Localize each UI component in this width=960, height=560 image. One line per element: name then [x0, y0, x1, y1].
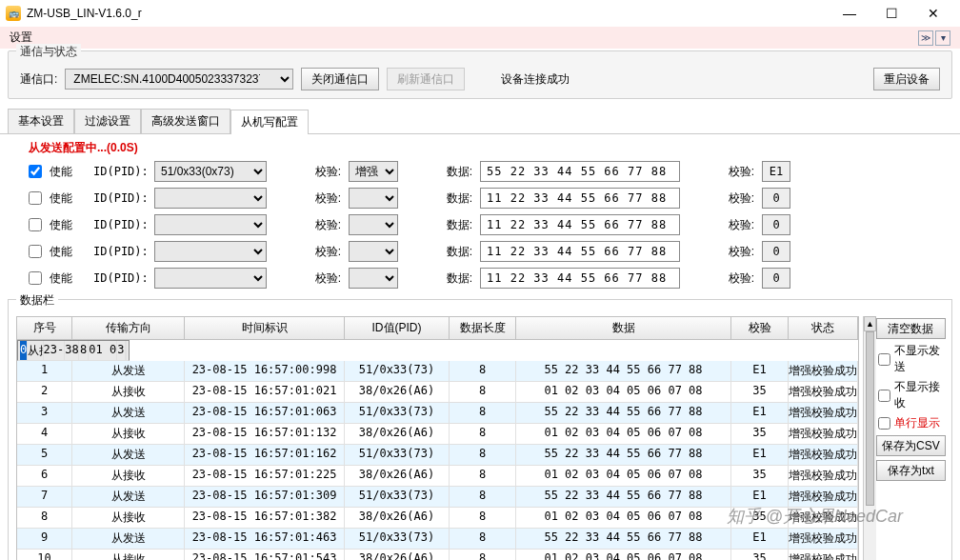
col-header[interactable]: 序号: [17, 317, 72, 339]
vertical-scrollbar[interactable]: ▲ ▼: [863, 316, 876, 560]
close-port-button[interactable]: 关闭通信口: [301, 68, 379, 90]
hide-send-check[interactable]: 不显示发送: [876, 343, 946, 375]
table-row[interactable]: 6从接收23-08-15 16:57:01:22538/0x26(A6)801 …: [17, 466, 858, 487]
cell: 01 02 03 04 05 06 07 08: [516, 424, 731, 444]
table-row[interactable]: 5从发送23-08-15 16:57:01:16251/0x33(73)855 …: [17, 445, 858, 466]
table-row[interactable]: 1从发送23-08-15 16:57:00:99851/0x33(73)855 …: [17, 361, 858, 382]
id-select[interactable]: 51/0x33(0x73): [154, 161, 267, 182]
save-csv-button[interactable]: 保存为CSV: [876, 435, 946, 456]
cell: 增强校验成功: [789, 445, 858, 465]
cell: 从发送: [72, 361, 185, 381]
cell: 01 02 03 04 05 06 07 08: [89, 341, 117, 360]
cell: 8: [17, 508, 72, 528]
col-header[interactable]: 数据: [516, 317, 731, 339]
id-select[interactable]: [154, 214, 267, 235]
enable-label: 使能: [50, 217, 86, 233]
table-row[interactable]: 0从接收23-08-15 16:57:00:97238/0x26(A6)801 …: [17, 340, 130, 361]
check-value: [762, 214, 790, 235]
check-label: 校验:: [303, 190, 341, 207]
cell: 51/0x33(73): [345, 445, 450, 465]
close-button[interactable]: ✕: [912, 0, 954, 27]
col-header[interactable]: 传输方向: [72, 317, 185, 339]
check-select[interactable]: [349, 214, 398, 235]
scroll-up-icon[interactable]: ▲: [864, 316, 876, 331]
scroll-thumb[interactable]: [866, 331, 874, 506]
table-row[interactable]: 2从接收23-08-15 16:57:01:02138/0x26(A6)801 …: [17, 382, 858, 403]
cell: 从发送: [72, 487, 185, 507]
hide-recv-check[interactable]: 不显示接收: [876, 379, 946, 411]
cell: 8: [450, 403, 516, 423]
data-label: 数据:: [434, 190, 472, 207]
cell: 35: [731, 466, 789, 486]
cell: 从发送: [72, 403, 185, 423]
col-header[interactable]: ID值(PID): [345, 317, 450, 339]
data-input[interactable]: [480, 268, 680, 289]
cell: 增强校验成功: [789, 403, 858, 423]
enable-check[interactable]: [29, 191, 42, 205]
cell: 51/0x33(73): [345, 403, 450, 423]
cell: E1: [731, 361, 789, 381]
restart-device-button[interactable]: 重启设备: [873, 68, 940, 90]
save-txt-button[interactable]: 保存为txt: [876, 460, 946, 481]
tab-3[interactable]: 从机写配置: [230, 110, 309, 134]
table-row[interactable]: 4从接收23-08-15 16:57:01:13238/0x26(A6)801 …: [17, 424, 858, 445]
cell: 55 22 33 44 55 66 77 88: [516, 487, 731, 507]
table-row[interactable]: 8从接收23-08-15 16:57:01:38238/0x26(A6)801 …: [17, 508, 858, 529]
cfg-row-0: 使能ID(PID):51/0x33(0x73)校验:增强数据:校验:: [29, 158, 941, 185]
cell: 35: [731, 508, 789, 528]
check-select[interactable]: [349, 241, 398, 262]
enable-check[interactable]: [29, 165, 42, 178]
id-label: ID(PID):: [93, 245, 147, 258]
check-select[interactable]: [349, 188, 398, 209]
id-select[interactable]: [154, 241, 267, 262]
check-select[interactable]: 增强: [349, 161, 398, 182]
tabs: 基本设置过滤设置高级发送窗口从机写配置: [0, 101, 960, 134]
tab-1[interactable]: 过滤设置: [74, 109, 141, 133]
col-header[interactable]: 数据长度: [450, 317, 516, 339]
table-row[interactable]: 10从接收23-08-15 16:57:01:54338/0x26(A6)801…: [17, 550, 858, 560]
cell: 从接收: [72, 550, 185, 560]
settings-strip: 设置 ≫ ▾: [0, 27, 960, 49]
cell: 55 22 33 44 55 66 77 88: [516, 445, 731, 465]
table-row[interactable]: 3从发送23-08-15 16:57:01:06351/0x33(73)855 …: [17, 403, 858, 424]
data-input[interactable]: [480, 214, 680, 235]
minimize-button[interactable]: —: [829, 0, 870, 27]
comm-group: 通信与状态 通信口: ZMELEC:SN.4100D40050233373237…: [8, 50, 952, 99]
app-icon: 🚌: [6, 6, 21, 21]
tab-2[interactable]: 高级发送窗口: [141, 109, 230, 133]
data-input[interactable]: [480, 161, 680, 182]
id-select[interactable]: [154, 268, 267, 289]
enable-check[interactable]: [29, 245, 42, 258]
cell: 增强校验成功: [126, 341, 127, 360]
tab-0[interactable]: 基本设置: [8, 109, 74, 133]
table-row[interactable]: 7从发送23-08-15 16:57:01:30951/0x33(73)855 …: [17, 487, 858, 508]
data-input[interactable]: [480, 188, 680, 209]
data-grid[interactable]: 序号传输方向时间标识ID值(PID)数据长度数据校验状态 0从接收23-08-1…: [16, 316, 859, 560]
col-header[interactable]: 状态: [789, 317, 858, 339]
cfg-row-2: 使能ID(PID):校验:数据:校验:: [29, 211, 941, 238]
col-header[interactable]: 校验: [731, 317, 789, 339]
cell: 35: [731, 424, 789, 444]
data-group: 数据栏 序号传输方向时间标识ID值(PID)数据长度数据校验状态 0从接收23-…: [8, 299, 952, 560]
col-header[interactable]: 时间标识: [185, 317, 345, 339]
check-select[interactable]: [349, 268, 398, 289]
check-value: [762, 268, 790, 289]
clear-data-button[interactable]: 清空数据: [876, 318, 946, 339]
cell: 23-08-15 16:57:00:998: [185, 361, 345, 381]
maximize-button[interactable]: ☐: [870, 0, 912, 27]
data-input[interactable]: [480, 241, 680, 262]
cell: 23-08-15 16:57:01:309: [185, 487, 345, 507]
cell: 8: [79, 341, 89, 360]
collapse-icon[interactable]: ≫: [918, 30, 933, 46]
cell: 1: [17, 361, 72, 381]
single-line-check[interactable]: 单行显示: [876, 415, 946, 431]
enable-check[interactable]: [29, 218, 42, 231]
dropdown-icon[interactable]: ▾: [935, 30, 950, 46]
table-row[interactable]: 9从发送23-08-15 16:57:01:46351/0x33(73)855 …: [17, 529, 858, 550]
check-val-label: 校验:: [716, 164, 754, 180]
comm-port-select[interactable]: ZMELEC:SN.4100D40050233373237373314: [65, 69, 293, 90]
id-select[interactable]: [154, 188, 267, 209]
cell: 38/0x26(A6): [345, 466, 450, 486]
enable-check[interactable]: [29, 271, 42, 285]
cell: 23-08-15 16:57:01:063: [185, 403, 345, 423]
